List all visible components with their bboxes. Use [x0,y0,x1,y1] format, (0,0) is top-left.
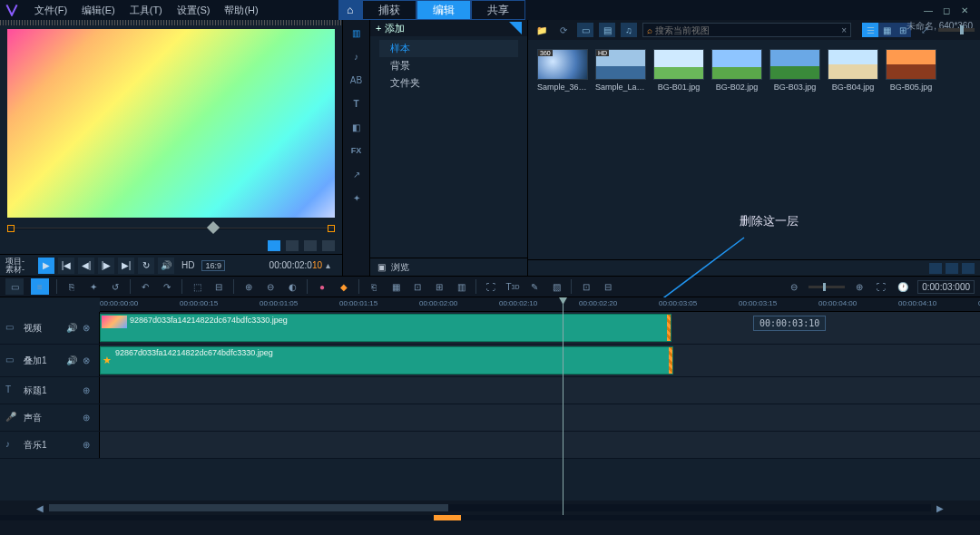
close-button[interactable]: ✕ [958,4,971,16]
preview-tool-2-icon[interactable] [286,240,299,251]
tl-tool-14-icon[interactable]: ⛶ [484,279,498,294]
next-frame-button[interactable]: |▶ [98,258,114,274]
track-head[interactable]: T 标题1⊕ [0,377,100,404]
path-tab-icon[interactable]: ↗ [348,167,365,181]
timeline-duration[interactable]: 0:00:03:000 [917,280,975,294]
panel-fold-icon[interactable] [509,22,522,34]
tab-home[interactable]: ⌂ [338,0,362,20]
track-head[interactable]: 🎤 声音⊕ [0,404,100,431]
search-box[interactable]: ⌕ × [642,23,851,37]
tree-item-folder[interactable]: 文件夹 [379,74,518,92]
goto-end-button[interactable]: ▶| [118,258,134,274]
overlay-tab-icon[interactable]: ◧ [348,120,365,134]
tl-tool-3-icon[interactable]: ↺ [108,279,122,294]
view-list-icon[interactable]: ☰ [862,23,878,37]
track-mute-icon[interactable]: 🔊 [66,355,77,366]
play-button[interactable]: ▶ [38,258,54,274]
loop-button[interactable]: ↻ [138,258,154,274]
fx-tab-icon[interactable]: FX [348,143,365,158]
thumb-size-slider[interactable] [938,28,975,32]
maximize-button[interactable]: ◻ [940,4,953,16]
prev-frame-button[interactable]: ◀| [78,258,94,274]
timecode-display[interactable]: 00:00:02:010 [270,260,322,270]
search-input[interactable] [655,25,841,35]
tab-edit[interactable]: 编辑 [416,0,471,20]
tc-step-up[interactable]: ▴ [326,260,337,271]
tab-share[interactable]: 共享 [471,0,525,20]
media-tool-1-icon[interactable] [929,263,942,274]
tl-tool-7-icon[interactable]: ⊖ [263,279,278,294]
menu-tools[interactable]: 工具(T) [122,4,170,17]
preview-tool-1-icon[interactable] [268,240,280,251]
marker-icon[interactable]: ◆ [337,279,351,294]
tree-item-bg[interactable]: 背景 [379,57,518,74]
menu-settings[interactable]: 设置(S) [170,4,218,17]
filter-video-icon[interactable]: ▭ [577,23,593,37]
thumb-1[interactable]: HDSample_Lake... [595,49,646,92]
tl-tool-5-icon[interactable]: ⊟ [211,279,226,294]
clip-video[interactable]: 92867d033fa14214822dc674bdfc3330.jpeg [100,314,671,342]
preview-tool-4-icon[interactable] [322,240,335,251]
track-toggle-icon[interactable]: ⊕ [83,413,93,423]
record-icon[interactable]: ● [315,279,329,294]
preview-canvas[interactable] [7,29,335,218]
zoom-slider[interactable] [808,286,845,288]
media-tool-3-icon[interactable] [962,263,975,274]
transport-mode-label[interactable]: 项目- 素材- [5,258,34,274]
scroll-right-icon[interactable]: ▶ [936,503,944,513]
zoom-in-icon[interactable]: ⊕ [852,279,867,294]
hd-label[interactable]: HD [178,260,198,270]
tl-tool-15-icon[interactable]: T3D [505,279,520,294]
tools-tab-icon[interactable]: ✦ [348,190,365,205]
zoom-out-icon[interactable]: ⊖ [787,279,801,294]
thumb-3[interactable]: BG-B02.jpg [711,49,762,92]
timeline-scrollbar[interactable] [49,504,931,511]
tl-tool-1-icon[interactable]: ⎘ [64,279,79,294]
tl-tool-17-icon[interactable]: ▧ [549,279,564,294]
track-body[interactable]: ★92867d033fa14214822dc674bdfc3330.jpeg [100,345,980,376]
audio-tab-icon[interactable]: ♪ [348,49,365,63]
tl-tool-9-icon[interactable]: ⎗ [367,279,381,294]
menu-file[interactable]: 文件(F) [27,4,74,17]
title-tab-icon[interactable]: T [348,96,365,111]
redo-icon[interactable]: ↷ [160,279,174,294]
scroll-left-icon[interactable]: ◀ [36,503,44,513]
clock-icon[interactable]: 🕐 [896,279,910,294]
minimize-button[interactable]: — [922,4,935,16]
tl-tool-11-icon[interactable]: ⊡ [410,279,425,294]
track-body[interactable] [100,377,980,404]
timeline-ruler[interactable]: 00:00:00:0000:00:00:1500:00:01:0500:00:0… [100,297,980,312]
zoom-fit-icon[interactable]: ⛶ [874,279,888,294]
track-mute-icon[interactable]: 🔊 [66,323,77,334]
track-lock-icon[interactable]: ⊗ [83,323,93,334]
library-preview-row[interactable]: ▣ 浏览 [370,258,527,276]
aspect-ratio[interactable]: 16:9 [201,260,225,271]
mute-button[interactable]: 🔊 [158,258,174,274]
track-head[interactable]: ♪ 音乐1⊕ [0,432,100,458]
track-head[interactable]: ▭ 视频🔊⊗ [0,312,100,344]
media-tool-2-icon[interactable] [946,263,958,274]
clip-overlay[interactable]: ★92867d033fa14214822dc674bdfc3330.jpeg [100,346,673,374]
undo-icon[interactable]: ↶ [138,279,152,294]
tl-view-timeline-icon[interactable]: ≡ [31,278,49,295]
tl-tool-18-icon[interactable]: ⊡ [579,279,593,294]
track-body[interactable]: 92867d033fa14214822dc674bdfc3330.jpeg [100,312,980,344]
track-body[interactable] [100,404,980,431]
transition-tab-icon[interactable]: AB [348,73,365,87]
media-tab-icon[interactable]: ▥ [348,25,365,40]
tl-tool-12-icon[interactable]: ⊞ [432,279,446,294]
tl-tool-8-icon[interactable]: ◐ [285,279,299,294]
playhead[interactable] [563,297,564,515]
track-body[interactable] [100,432,980,458]
thumb-2[interactable]: BG-B01.jpg [653,49,704,92]
track-toggle-icon[interactable]: ⊕ [83,440,93,451]
track-toggle-icon[interactable]: ⊕ [83,385,93,396]
tl-tool-2-icon[interactable]: ✦ [86,279,101,294]
filter-audio-icon[interactable]: ♫ [621,23,637,37]
tl-tool-6-icon[interactable]: ⊕ [241,279,256,294]
tree-item-sample[interactable]: 样本 [379,40,518,57]
tl-tool-16-icon[interactable]: ✎ [527,279,542,294]
track-lock-icon[interactable]: ⊗ [83,355,93,366]
tl-tool-13-icon[interactable]: ▥ [454,279,468,294]
tl-tool-19-icon[interactable]: ⊟ [601,279,615,294]
